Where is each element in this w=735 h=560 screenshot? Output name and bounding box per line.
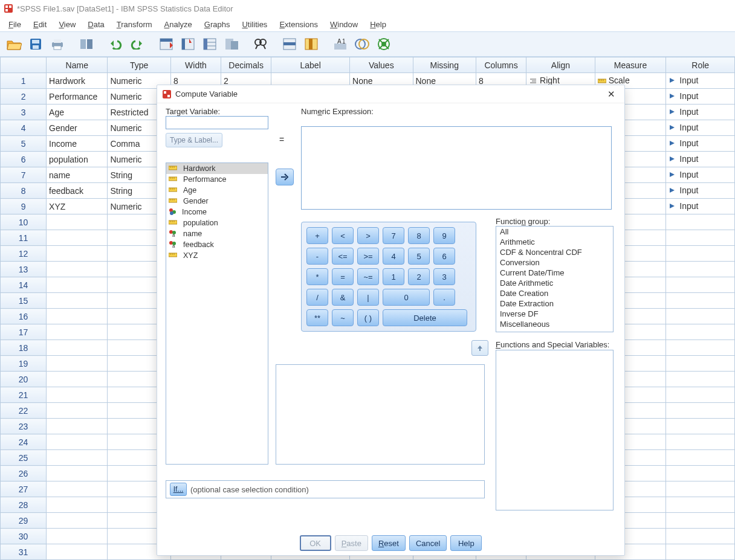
keypad-x[interactable]: /: [306, 289, 328, 306]
func-group-item[interactable]: CDF & Noncentral CDF: [496, 247, 613, 257]
keypad-xx[interactable]: ~=: [357, 268, 379, 285]
var-item[interactable]: population: [166, 217, 268, 228]
col-header-label[interactable]: Label: [271, 57, 350, 73]
type-and-label-button[interactable]: Type & Label...: [166, 133, 222, 147]
numeric-expression-input[interactable]: [301, 126, 612, 210]
save-icon[interactable]: [25, 34, 46, 54]
insert-var-icon[interactable]: [301, 34, 322, 54]
keypad-6[interactable]: 6: [433, 248, 455, 265]
paste-button[interactable]: Paste: [335, 535, 368, 551]
keypad-3[interactable]: 3: [433, 268, 455, 285]
func-group-item[interactable]: Date Arithmetic: [496, 278, 613, 288]
menu-transform[interactable]: Transform: [111, 19, 158, 30]
col-header-name[interactable]: Name: [47, 57, 108, 73]
var-item[interactable]: aname: [166, 228, 268, 239]
col-header-type[interactable]: Type: [108, 57, 170, 73]
keypad-5[interactable]: 5: [408, 248, 430, 265]
reset-button[interactable]: Reset: [372, 535, 406, 551]
split-icon[interactable]: A1: [330, 34, 351, 54]
keypad-Delete[interactable]: Delete: [383, 309, 467, 326]
menu-extensions[interactable]: Extensions: [273, 19, 324, 30]
keypad-x[interactable]: =: [332, 268, 354, 285]
goto-var-icon[interactable]: [178, 34, 198, 54]
func-group-item[interactable]: Arithmetic: [496, 237, 613, 247]
keypad-xx[interactable]: <=: [332, 248, 354, 265]
var-item[interactable]: Age: [166, 185, 268, 196]
keypad-2[interactable]: 2: [408, 268, 430, 285]
menu-edit[interactable]: Edit: [27, 19, 53, 30]
menu-utilities[interactable]: Utilities: [236, 19, 273, 30]
func-group-item[interactable]: Current Date/Time: [496, 268, 613, 278]
var-item[interactable]: Performance: [166, 174, 268, 185]
keypad-xxx[interactable]: ( ): [357, 309, 379, 326]
keypad-x[interactable]: |: [357, 289, 379, 306]
keypad-x[interactable]: ~: [332, 309, 354, 326]
functions-special-list[interactable]: [496, 350, 614, 510]
keypad-xx[interactable]: **: [306, 309, 328, 326]
var-item[interactable]: Hardwork: [166, 163, 268, 174]
function-group-list[interactable]: AllArithmeticCDF & Noncentral CDFConvers…: [496, 226, 614, 332]
open-icon[interactable]: [4, 34, 24, 54]
var-item[interactable]: XYZ: [166, 250, 268, 261]
help-button[interactable]: Help: [450, 535, 482, 551]
col-header-width[interactable]: Width: [170, 57, 221, 73]
move-up-button[interactable]: [471, 340, 488, 356]
insert-cases-icon[interactable]: [279, 34, 300, 54]
move-right-button[interactable]: [276, 169, 294, 185]
close-icon[interactable]: ✕: [603, 88, 620, 101]
menu-window[interactable]: Window: [324, 19, 364, 30]
keypad-x[interactable]: >: [357, 227, 379, 244]
col-header-decimals[interactable]: Decimals: [221, 57, 271, 73]
variables-icon[interactable]: [199, 34, 220, 54]
keypad-x[interactable]: -: [306, 248, 328, 265]
print-icon[interactable]: [47, 34, 68, 54]
if-button[interactable]: If...: [170, 483, 187, 496]
find-icon[interactable]: [250, 34, 271, 54]
col-header-columns[interactable]: Columns: [476, 57, 526, 73]
keypad-x[interactable]: *: [306, 268, 328, 285]
func-group-item[interactable]: Inverse DF: [496, 309, 613, 319]
func-group-item[interactable]: All: [496, 227, 613, 237]
keypad-9[interactable]: 9: [433, 227, 455, 244]
func-group-item[interactable]: Date Creation: [496, 288, 613, 298]
select-cases-icon[interactable]: [374, 34, 394, 54]
dialog-titlebar[interactable]: Compute Variable ✕: [157, 85, 624, 103]
keypad-7[interactable]: 7: [383, 227, 404, 244]
col-header-role[interactable]: Role: [666, 57, 735, 73]
var-item[interactable]: Gender: [166, 196, 268, 207]
menu-view[interactable]: View: [53, 19, 82, 30]
func-group-item[interactable]: Date Extraction: [496, 298, 613, 309]
keypad-x[interactable]: +: [306, 227, 328, 244]
menu-help[interactable]: Help: [364, 19, 392, 30]
col-header-align[interactable]: Align: [526, 57, 595, 73]
keypad-0[interactable]: 0: [383, 289, 430, 306]
keypad-x[interactable]: &: [332, 289, 354, 306]
keypad-x[interactable]: <: [332, 227, 354, 244]
col-header-values[interactable]: Values: [350, 57, 413, 73]
redo-icon[interactable]: [127, 34, 147, 54]
target-variable-input[interactable]: [166, 116, 268, 129]
keypad-1[interactable]: 1: [383, 268, 404, 285]
func-group-item[interactable]: Conversion: [496, 257, 613, 268]
menu-analyze[interactable]: Analyze: [158, 19, 198, 30]
undo-icon[interactable]: [105, 34, 126, 54]
ok-button[interactable]: OK: [300, 535, 331, 551]
weight-icon[interactable]: [352, 34, 372, 54]
keypad-x[interactable]: .: [433, 289, 455, 306]
func-group-item[interactable]: Miscellaneous: [496, 319, 613, 329]
var-item[interactable]: afeedback: [166, 239, 268, 250]
variable-list[interactable]: HardworkPerformanceAgeGenderIncomepopula…: [166, 163, 268, 465]
keypad-xx[interactable]: >=: [357, 248, 379, 265]
menu-file[interactable]: File: [2, 19, 27, 30]
menu-graphs[interactable]: Graphs: [198, 19, 236, 30]
run-icon[interactable]: [221, 34, 242, 54]
goto-case-icon[interactable]: [156, 34, 176, 54]
cancel-button[interactable]: Cancel: [409, 535, 447, 551]
var-item[interactable]: Income: [166, 207, 268, 217]
col-header-measure[interactable]: Measure: [595, 57, 666, 73]
col-header-missing[interactable]: Missing: [413, 57, 476, 73]
menu-data[interactable]: Data: [82, 19, 110, 30]
recall-icon[interactable]: [76, 34, 97, 54]
keypad-4[interactable]: 4: [383, 248, 404, 265]
keypad-8[interactable]: 8: [408, 227, 430, 244]
